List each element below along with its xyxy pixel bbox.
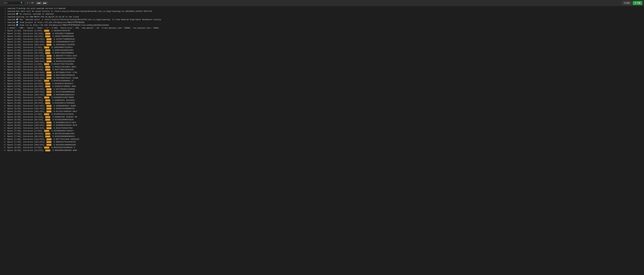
- search-input[interactable]: [3, 2, 20, 4]
- log-text: Epoch [5/10], Iteration [81/215], Loss: …: [8, 102, 75, 105]
- line-number: 11: [2, 35, 6, 38]
- loss-highlight: Loss: [46, 122, 52, 124]
- log-line: 19Epoch [2/10], Iteration [161/215], Los…: [0, 57, 644, 60]
- loss-highlight: Loss: [44, 113, 49, 115]
- line-number: 13: [2, 41, 6, 43]
- log-text: Epoch [4/10], Iteration [1/215], Loss: 0…: [8, 79, 74, 82]
- log-line: 37Epoch [5/10], Iteration [161/215], Los…: [0, 107, 644, 110]
- log-text: Epoch [4/10], Iteration [81/215], Loss: …: [8, 85, 76, 88]
- line-number: 49: [2, 141, 6, 143]
- log-text: Epoch [2/10], Iteration [121/215], Loss:…: [8, 54, 77, 57]
- loss-highlight: Loss: [44, 63, 49, 65]
- log-text: Epoch [5/10], Iteration [121/215], Loss:…: [8, 105, 76, 107]
- log-text: Epoch [7/10], Iteration [201/215], Loss:…: [8, 143, 76, 146]
- log-text: Epoch [7/10], Iteration [81/215], Loss: …: [8, 135, 75, 138]
- copy-button[interactable]: ⧉ 复制: [622, 1, 632, 5]
- line-number: 10: [2, 32, 6, 35]
- log-text: Epoch [3/10], Iteration [81/215], Loss: …: [8, 68, 74, 71]
- prev-page-button[interactable]: ◀◀: [36, 1, 42, 4]
- log-text: Epoch [2/10], Iteration [81/215], Loss: …: [8, 52, 74, 54]
- log-line: 28Epoch [4/10], Iteration [41/215], Loss…: [0, 82, 644, 85]
- line-number: 23: [2, 68, 6, 71]
- log-line: 29Epoch [4/10], Iteration [81/215], Loss…: [0, 85, 644, 88]
- loss-highlight: Loss: [46, 88, 52, 90]
- loss-highlight: Loss: [46, 127, 52, 129]
- download-button[interactable]: ⬇ 下载: [633, 1, 642, 5]
- loss-highlight: Loss: [45, 102, 50, 104]
- line-number: 46: [2, 133, 6, 135]
- loss-highlight: Loss: [45, 133, 50, 135]
- line-number: 32: [2, 94, 6, 96]
- download-icon: ⬇: [634, 2, 636, 4]
- log-line: 33Epoch [5/10], Iteration [1/215], Loss:…: [0, 96, 644, 99]
- line-number: 29: [2, 85, 6, 88]
- log-line: 46Epoch [7/10], Iteration [41/215], Loss…: [0, 132, 644, 135]
- loss-highlight: Loss: [44, 130, 49, 132]
- line-number: 52: [2, 149, 6, 152]
- log-text: Epoch [3/10], Iteration [121/215], Loss:…: [8, 71, 77, 74]
- line-number: 37: [2, 107, 6, 110]
- log-text: Epoch [2/10], Iteration [41/215], Loss: …: [8, 49, 74, 52]
- log-line: 31Epoch [4/10], Iteration [161/215], Los…: [0, 91, 644, 93]
- line-number: 9: [2, 29, 6, 32]
- log-line: 15Epoch [2/10], Iteration [1/215], Loss:…: [0, 46, 644, 49]
- line-number: 26: [2, 77, 6, 79]
- log-text: Epoch [5/10], Iteration [1/215], Loss: 0…: [8, 96, 74, 99]
- download-label: 下载: [637, 2, 640, 4]
- log-line: 42Epoch [6/10], Iteration [121/215], Los…: [0, 121, 644, 124]
- line-number: 24: [2, 71, 6, 74]
- log-text: Epoch [4/10], Iteration [121/215], Loss:…: [8, 88, 75, 91]
- log-text: swanlab:🌊 Hi zeyilin, welcome to swanlab…: [8, 13, 54, 15]
- log-line: 17Epoch [2/10], Iteration [81/215], Loss…: [0, 52, 644, 54]
- log-text: Epoch [4/10], Iteration [201/215], Loss:…: [8, 93, 75, 96]
- log-text: Epoch [3/10], Iteration [161/215], Loss:…: [8, 74, 75, 77]
- line-number: 31: [2, 91, 6, 93]
- loss-highlight: Loss: [45, 35, 50, 37]
- log-line: 7swanlab:🌊 View run at http://43.136.134…: [0, 24, 644, 27]
- log-line: 43Epoch [6/10], Iteration [161/215], Los…: [0, 124, 644, 127]
- log-text: swanlab:Tracking run with swanlab versio…: [8, 7, 65, 10]
- log-line: 18Epoch [2/10], Iteration [121/215], Los…: [0, 54, 644, 57]
- loss-highlight: Loss: [46, 141, 52, 143]
- loss-highlight: Loss: [45, 52, 50, 54]
- log-line: 52Epoch [8/10], Iteration [41/215], Loss…: [0, 149, 644, 152]
- log-text: swanlab:🌊 Run `swanlab watch -l /Users/z…: [8, 18, 161, 21]
- loss-highlight: Loss: [46, 108, 52, 110]
- log-line: 45Epoch [7/10], Iteration [1/215], Loss:…: [0, 130, 644, 132]
- toolbar-left: 🔍 1 / 60 ◀◀ ▶▶: [2, 1, 48, 4]
- log-line: 24Epoch [3/10], Iteration [121/215], Los…: [0, 71, 644, 74]
- log-text: Epoch [4/10], Iteration [41/215], Loss: …: [8, 82, 74, 85]
- line-number: 40: [2, 116, 6, 118]
- log-line: 47Epoch [7/10], Iteration [81/215], Loss…: [0, 135, 644, 138]
- log-text: swanlab:🌊 View run at http://43.136.134/…: [8, 24, 109, 27]
- log-text: swanlab:🌊 View project at http://43.136.…: [8, 21, 84, 24]
- log-line: 25Epoch [3/10], Iteration [161/215], Los…: [0, 74, 644, 77]
- loss-highlight: Loss: [44, 30, 49, 32]
- log-line: 35Epoch [5/10], Iteration [81/215], Loss…: [0, 102, 644, 105]
- line-number: 35: [2, 102, 6, 104]
- log-text: Epoch [3/10], Iteration [41/215], Loss: …: [8, 66, 76, 68]
- log-line: 16Epoch [2/10], Iteration [41/215], Loss…: [0, 49, 644, 52]
- loss-highlight: Loss: [46, 138, 52, 140]
- line-number: 48: [2, 138, 6, 141]
- log-text: Epoch [4/10], Iteration [161/215], Loss:…: [8, 91, 75, 93]
- loss-highlight: Loss: [45, 83, 50, 85]
- log-line: 1swanlab:Tracking run with swanlab versi…: [0, 7, 644, 10]
- log-line: 34Epoch [5/10], Iteration [41/215], Loss…: [0, 99, 644, 102]
- line-number: 17: [2, 52, 6, 54]
- log-text: Epoch [2/10], Iteration [161/215], Loss:…: [8, 57, 76, 60]
- loss-highlight: Loss: [46, 105, 52, 107]
- log-text: Epoch [8/10], Iteration [1/215], Loss: 0…: [8, 146, 75, 149]
- log-line: 44Epoch [6/10], Iteration [201/215], Los…: [0, 127, 644, 130]
- next-page-button[interactable]: ▶▶: [42, 1, 48, 4]
- search-container[interactable]: 🔍: [2, 1, 24, 4]
- line-number: 38: [2, 110, 6, 113]
- line-number: 22: [2, 66, 6, 68]
- log-line: 14Epoch [1/10], Iteration [201/215], Los…: [0, 43, 644, 46]
- loss-highlight: Loss: [46, 38, 52, 40]
- log-line: 3swanlab:🌊 Hi zeyilin, welcome to swanla…: [0, 13, 644, 15]
- line-number: 28: [2, 82, 6, 85]
- log-line: 51Epoch [8/10], Iteration [1/215], Loss:…: [0, 146, 644, 149]
- line-number: 27: [2, 80, 6, 82]
- line-number: 3: [2, 13, 6, 15]
